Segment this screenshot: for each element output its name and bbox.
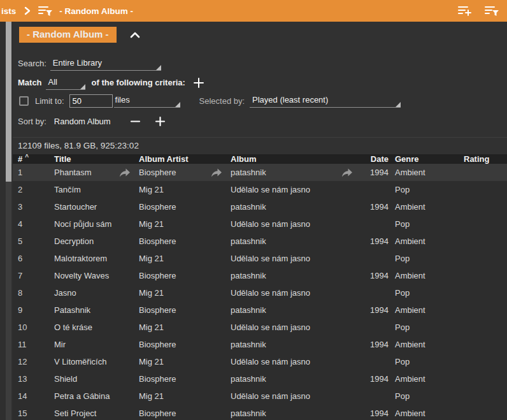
cell-date: 1994 xyxy=(358,374,389,384)
playlist-add-icon[interactable] xyxy=(457,4,473,17)
cell-title: Jasno xyxy=(51,288,136,298)
add-sort-icon[interactable] xyxy=(155,116,166,127)
column-header-album-artist[interactable]: Album Artist xyxy=(136,154,227,164)
criteria-panel: Search: Entire Library Match All of the … xyxy=(13,43,507,129)
table-row[interactable]: 2TančímMig 21Udělalo se nám jasnoPop xyxy=(13,181,507,198)
cell-genre: Ambient xyxy=(389,168,456,177)
jump-to-arrow-icon[interactable] xyxy=(119,168,131,177)
track-list: 1PhantasmBiospherepatashnik1994Ambient2T… xyxy=(13,164,507,420)
table-row[interactable]: 11MirBiospherepatashnik1994Ambient xyxy=(13,336,507,353)
cell-album-text: Udělalo se nám jasno xyxy=(231,219,310,229)
cell-date: 1994 xyxy=(358,409,389,418)
cell-genre: Pop xyxy=(389,219,456,229)
table-row[interactable]: 12V LitoměřicíchMig 21Udělalo se nám jas… xyxy=(13,353,507,370)
cell-album: Udělalo se nám jasno xyxy=(227,322,358,332)
cell-album: patashnik xyxy=(227,409,358,418)
cell-title: Tančím xyxy=(51,185,136,194)
search-label: Search: xyxy=(18,59,46,71)
cell-album: Udělalo se nám jasno xyxy=(227,185,358,194)
limit-count-input[interactable] xyxy=(69,94,113,108)
cell-genre-text: Pop xyxy=(395,288,410,298)
cell-album: Udělalo se nám jasno xyxy=(227,357,358,366)
cell-artist-text: Mig 21 xyxy=(139,185,164,194)
cell-title: Malotraktorem xyxy=(51,254,136,263)
cell-num-text: 14 xyxy=(18,391,27,401)
cell-artist: Mig 21 xyxy=(136,185,227,194)
jump-to-arrow-icon[interactable] xyxy=(211,168,222,177)
sort-by-value[interactable]: Random Album xyxy=(54,117,111,126)
cell-num-text: 12 xyxy=(18,357,27,366)
breadcrumb-parent[interactable]: ists xyxy=(1,6,16,16)
table-row[interactable]: 1PhantasmBiospherepatashnik1994Ambient xyxy=(13,164,507,181)
playlist-filter-icon[interactable] xyxy=(484,4,499,17)
cell-genre-text: Ambient xyxy=(395,202,425,212)
selected-by-dropdown[interactable]: Played (least recent) xyxy=(250,94,401,108)
match-dropdown[interactable]: All xyxy=(46,76,85,90)
cell-artist-text: Biosphere xyxy=(139,409,176,418)
cell-title-text: Tančím xyxy=(54,185,81,194)
cell-genre: Pop xyxy=(389,357,456,366)
table-row[interactable]: 14Petra a GábinaMig 21Udělalo se nám jas… xyxy=(13,387,507,405)
cell-album-text: Udělalo se nám jasno xyxy=(231,185,310,194)
cell-title: Patashnik xyxy=(51,305,136,315)
table-row[interactable]: 3StartoucherBiospherepatashnik1994Ambien… xyxy=(13,198,507,215)
cell-num: 6 xyxy=(13,254,51,263)
cell-num: 2 xyxy=(13,185,51,194)
search-row: Search: Entire Library xyxy=(18,55,507,71)
table-row[interactable]: 8JasnoMig 21Udělalo se nám jasnoPop xyxy=(13,284,507,301)
jump-to-arrow-icon[interactable] xyxy=(341,168,353,177)
table-row[interactable]: 7Novelty WavesBiospherepatashnik1994Ambi… xyxy=(13,267,507,284)
cell-date: 1994 xyxy=(358,271,389,280)
cell-artist: Biosphere xyxy=(136,271,227,280)
cell-genre: Pop xyxy=(389,185,456,194)
search-scope-dropdown[interactable]: Entire Library xyxy=(50,57,161,71)
table-row[interactable]: 15Seti ProjectBiospherepatashnik1994Ambi… xyxy=(13,405,507,420)
cell-title-text: Seti Project xyxy=(54,409,96,418)
column-header-genre[interactable]: Genre xyxy=(389,154,456,164)
cell-artist-text: Mig 21 xyxy=(139,391,164,401)
cell-date-text: 1994 xyxy=(370,271,389,280)
cell-date-text: 1994 xyxy=(370,340,389,349)
table-row[interactable]: 13ShieldBiospherepatashnik1994Ambient xyxy=(13,370,507,387)
sort-by-label: Sort by: xyxy=(18,117,46,126)
column-header-date[interactable]: Date xyxy=(358,154,389,164)
cell-num-text: 1 xyxy=(18,168,22,177)
column-header--[interactable]: #^ xyxy=(13,154,51,164)
cell-num: 1 xyxy=(13,168,51,177)
cell-artist-text: Mig 21 xyxy=(139,219,164,229)
table-row[interactable]: 6MalotraktoremMig 21Udělalo se nám jasno… xyxy=(13,250,507,267)
table-row[interactable]: 10O té kráseMig 21Udělalo se nám jasnoPo… xyxy=(13,319,507,336)
cell-date: 1994 xyxy=(358,202,389,212)
cell-date-text: 1994 xyxy=(370,168,389,177)
cell-album-text: patashnik xyxy=(231,409,266,418)
cell-genre-text: Ambient xyxy=(395,340,425,349)
cell-genre-text: Pop xyxy=(395,322,410,332)
cell-album-text: Udělalo se nám jasno xyxy=(231,322,310,332)
cell-num-text: 15 xyxy=(18,409,27,418)
cell-album: patashnik xyxy=(227,305,358,315)
add-criteria-icon[interactable] xyxy=(193,77,204,89)
cell-artist-text: Mig 21 xyxy=(139,357,164,366)
cell-album-text: patashnik xyxy=(231,202,266,212)
limit-checkbox[interactable] xyxy=(19,96,29,106)
vertical-scrollbar-thumb[interactable] xyxy=(6,22,11,182)
column-header-rating[interactable]: Rating xyxy=(456,154,507,164)
column-header-title[interactable]: Title xyxy=(51,154,136,164)
breadcrumb-current: - Random Album - xyxy=(59,6,133,16)
cell-num: 4 xyxy=(13,219,51,229)
cell-title-text: Shield xyxy=(54,374,77,384)
cell-artist: Biosphere xyxy=(136,374,227,384)
vertical-scrollbar-track[interactable] xyxy=(6,22,11,420)
remove-sort-icon[interactable] xyxy=(130,116,141,127)
column-header-album[interactable]: Album xyxy=(227,154,358,164)
collapse-chevron-up-icon[interactable] xyxy=(128,28,142,42)
cell-album: Udělalo se nám jasno xyxy=(227,288,358,298)
table-row[interactable]: 9PatashnikBiospherepatashnik1994Ambient xyxy=(13,301,507,319)
limit-unit-dropdown[interactable]: files xyxy=(114,94,180,108)
playlist-title[interactable]: - Random Album - xyxy=(19,27,117,43)
cell-artist: Mig 21 xyxy=(136,219,227,229)
cell-artist-text: Biosphere xyxy=(139,271,176,280)
table-row[interactable]: 5DecryptionBiospherepatashnik1994Ambient xyxy=(13,233,507,250)
table-row[interactable]: 4Nocí půjdu sámMig 21Udělalo se nám jasn… xyxy=(13,215,507,233)
cell-title: Seti Project xyxy=(51,409,136,418)
